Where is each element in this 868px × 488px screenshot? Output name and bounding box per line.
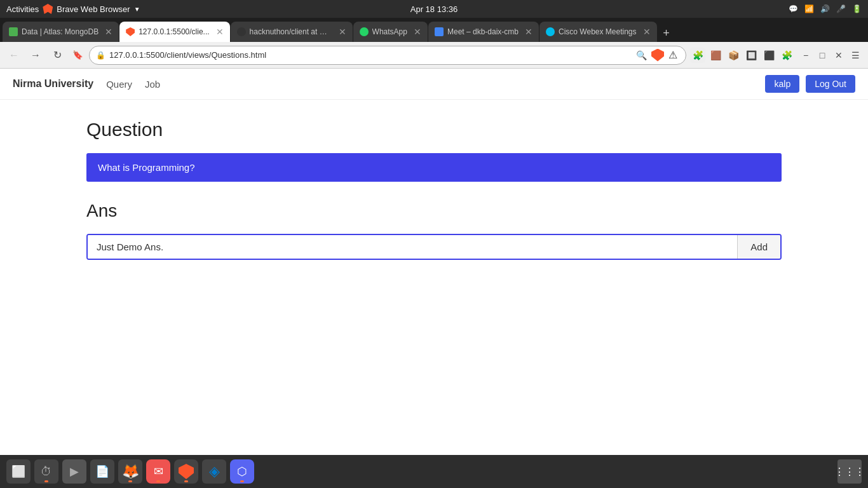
secure-icon: 🔒	[96, 51, 105, 60]
bookmark-button[interactable]: 🔖	[70, 46, 85, 64]
discord-tray-icon: 💬	[789, 4, 798, 13]
main-content: Question What is Programming? Ans Add	[0, 100, 868, 279]
tab-close-webex[interactable]: ✕	[643, 27, 651, 37]
url-text: 127.0.0.1:5500/client/views/Questions.ht…	[109, 50, 630, 60]
tab-github[interactable]: hacknuthon/client at m... ✕	[231, 22, 353, 42]
back-button[interactable]: ←	[5, 46, 23, 64]
tab-title-mongodb: Data | Atlas: MongoDB	[22, 27, 98, 36]
tab-close-github[interactable]: ✕	[339, 27, 346, 37]
tab-close-whatsapp[interactable]: ✕	[414, 27, 421, 37]
os-bar: Activities Brave Web Browser ▼ Apr 18 13…	[0, 0, 868, 18]
tab-close-questions[interactable]: ✕	[216, 27, 224, 37]
search-url-button[interactable]: 🔍	[634, 48, 649, 63]
reload-button[interactable]: ↻	[48, 46, 66, 64]
datetime-label: Apr 18 13:36	[410, 4, 458, 14]
app-navbar: Nirma University Query Job kalp Log Out	[0, 69, 868, 100]
ext-icon-3[interactable]: 📦	[726, 48, 741, 63]
tab-favicon-webex	[546, 27, 555, 36]
ext-icon-1[interactable]: 🧩	[690, 48, 705, 63]
brave-logo-os	[43, 4, 53, 14]
tab-whatsapp[interactable]: WhatsApp ✕	[353, 22, 428, 42]
nav-link-query[interactable]: Query	[106, 79, 132, 90]
os-bar-left: Activities Brave Web Browser ▼	[6, 4, 140, 14]
volume-icon: 🔊	[820, 4, 830, 13]
tab-favicon-github	[237, 27, 246, 36]
add-button[interactable]: Add	[737, 235, 780, 259]
ext-icon-4[interactable]: 🔲	[743, 48, 759, 63]
window-controls: − □ ✕ ☰	[798, 48, 863, 63]
tab-bar: Data | Atlas: MongoDB ✕ 127.0.0.1:5500/c…	[0, 18, 868, 42]
mic-icon: 🎤	[836, 4, 846, 13]
wifi-icon: 📶	[804, 4, 814, 13]
webpage: Nirma University Query Job kalp Log Out …	[0, 69, 868, 279]
ans-input[interactable]	[88, 235, 737, 259]
app-navbar-left: Nirma University Query Job	[13, 78, 160, 90]
url-bar[interactable]: 🔒 127.0.0.1:5500/client/views/Questions.…	[89, 46, 686, 65]
close-browser-button[interactable]: ✕	[831, 48, 846, 63]
ext-icon-6[interactable]: 🧩	[779, 48, 794, 63]
nav-bar: ← → ↻ 🔖 🔒 127.0.0.1:5500/client/views/Qu…	[0, 42, 868, 69]
extensions-area: 🧩 🟫 📦 🔲 ⬛ 🧩	[690, 48, 794, 63]
tab-title-github: hacknuthon/client at m...	[250, 27, 332, 36]
minimize-button[interactable]: −	[798, 48, 813, 63]
app-navbar-right: kalp Log Out	[765, 75, 855, 93]
tab-favicon-questions	[126, 27, 135, 36]
os-bar-right: 💬 📶 🔊 🎤 🔋	[789, 4, 862, 13]
ext-icon-2[interactable]: 🟫	[708, 48, 723, 63]
tab-webex[interactable]: Cisco Webex Meetings ✕	[539, 22, 657, 42]
logout-button[interactable]: Log Out	[806, 75, 855, 93]
ans-input-row: Add	[86, 234, 782, 260]
tab-title-questions: 127.0.0.1:5500/clie...	[139, 27, 209, 36]
url-actions: 🔍 ⚠	[634, 48, 679, 63]
tab-close-mongodb[interactable]: ✕	[105, 27, 112, 37]
activities-label[interactable]: Activities	[6, 4, 39, 14]
brave-alert-icon[interactable]: ⚠	[667, 49, 679, 62]
tab-title-whatsapp: WhatsApp	[372, 27, 407, 36]
tab-title-meet: Meet – dkb-daix-cmb	[447, 27, 519, 36]
tab-meet[interactable]: Meet – dkb-daix-cmb ✕	[428, 22, 539, 42]
ans-section-title: Ans	[86, 201, 782, 221]
tab-favicon-whatsapp	[360, 27, 369, 36]
nav-link-job[interactable]: Job	[145, 79, 160, 90]
tab-favicon-meet	[435, 27, 444, 36]
dropdown-arrow-os: ▼	[134, 6, 140, 13]
brave-shield-icon[interactable]	[651, 49, 664, 62]
question-section-title: Question	[86, 119, 782, 140]
browser-name-label: Brave Web Browser	[57, 4, 130, 14]
user-button[interactable]: kalp	[765, 75, 799, 93]
ext-icon-5[interactable]: ⬛	[761, 48, 776, 63]
tab-questions[interactable]: 127.0.0.1:5500/clie... ✕	[119, 22, 229, 42]
tab-close-meet[interactable]: ✕	[525, 27, 532, 37]
tab-mongodb[interactable]: Data | Atlas: MongoDB ✕	[3, 22, 119, 42]
browser-chrome: Data | Atlas: MongoDB ✕ 127.0.0.1:5500/c…	[0, 18, 868, 69]
app-brand[interactable]: Nirma University	[13, 78, 93, 90]
maximize-button[interactable]: □	[815, 48, 830, 63]
tab-favicon-mongodb	[9, 27, 18, 36]
tab-title-webex: Cisco Webex Meetings	[559, 27, 637, 36]
forward-button[interactable]: →	[27, 46, 44, 64]
battery-icon: 🔋	[852, 4, 862, 13]
new-tab-button[interactable]: +	[658, 24, 675, 42]
menu-button[interactable]: ☰	[848, 48, 863, 63]
question-banner: What is Programming?	[86, 153, 782, 182]
